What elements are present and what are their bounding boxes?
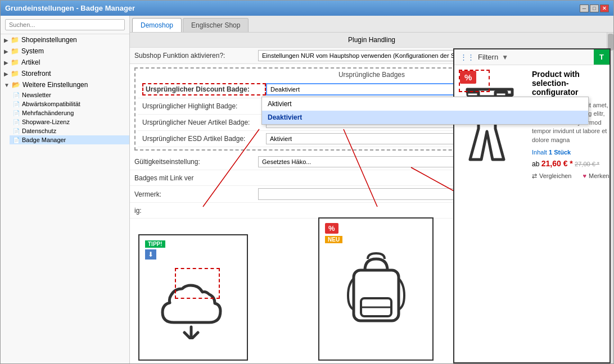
plugin-handling-header: Plugin Handling (130, 33, 613, 48)
filter-arrow-icon: ▼ (502, 53, 508, 61)
toggle-icon: ▶ (4, 48, 8, 54)
toggle-icon: ▼ (4, 82, 10, 88)
sidebar-label: Shopeinstellungen (21, 36, 77, 44)
sidebar-item-system[interactable]: ▶ 📁 System (1, 46, 129, 57)
sidebar-item-newsletter[interactable]: 📄 Newsletter (10, 90, 129, 99)
sidebar-item-mehrfachaenderung[interactable]: 📄 Mehrfachänderung (10, 108, 129, 117)
window-controls: ─ □ ✕ (580, 4, 609, 12)
content-area: Demoshop Englischer Shop Plugin Handling… (130, 16, 613, 363)
badge-download: ⬇ (145, 249, 156, 260)
filter-bar: ⋮⋮ Filtern ▼ T (454, 49, 610, 65)
badge-new: NEU (325, 236, 342, 243)
ig-label: ig: (134, 207, 258, 215)
sidebar-item-weitere-einstellungen[interactable]: ▼ 📂 Weitere Einstellungen (1, 79, 129, 90)
product-content: Inhalt 1 Stück (532, 149, 610, 156)
tab-englischer-shop[interactable]: Englischer Shop (183, 18, 249, 32)
sidebar: ▶ 📁 Shopeinstellungen ▶ 📁 System ▶ 📁 Art… (1, 16, 130, 363)
product-title: Product with selection-configurator (532, 70, 610, 97)
minimize-button[interactable]: ─ (580, 4, 589, 12)
price-main: 21,60 € * (541, 159, 573, 168)
dropdown-option-deaktiviert[interactable]: Deaktiviert (262, 111, 588, 124)
leaf-icon: 📄 (13, 110, 20, 116)
search-box (1, 16, 129, 34)
badge-discount: % (325, 223, 338, 234)
compare-icon: ⇄ (532, 172, 537, 180)
sidebar-label: Artikel (21, 58, 40, 66)
cloud-icon-container (139, 266, 247, 347)
dashed-selection-product-badge: % (459, 70, 490, 92)
wishlist-action[interactable]: ♥ Merken (583, 172, 610, 180)
sidebar-item-shopeinstellungen[interactable]: ▶ 📁 Shopeinstellungen (1, 34, 129, 46)
sidebar-children: 📄 Newsletter 📄 Abwärtskompatibilität 📄 M… (1, 90, 129, 144)
folder-icon: 📁 (11, 58, 19, 66)
preview-backpack-badges: % NEU (319, 219, 432, 248)
main-layout: ▶ 📁 Shopeinstellungen ▶ 📁 System ▶ 📁 Art… (1, 16, 613, 363)
window-title: Grundeinstellungen - Badge Manager (5, 4, 135, 12)
sidebar-item-artikel[interactable]: ▶ 📁 Artikel (1, 57, 129, 68)
price-old: 27,00 € * (575, 161, 599, 167)
preview-badges: TIPP! ⬇ (145, 240, 241, 260)
sidebar-item-abwaertskompatibilitaet[interactable]: 📄 Abwärtskompatibilität (10, 99, 129, 108)
folder-icon: 📁 (11, 47, 19, 55)
badges-link-label: Badges mit Link ver (134, 174, 258, 182)
cloud-svg (154, 272, 233, 339)
backpack-svg (340, 251, 413, 338)
content-body: Plugin Handling Subshop Funktion aktivie… (130, 33, 613, 363)
preview-badges-row: % (325, 223, 427, 234)
gueltigkeitseinstellung-label: Gültigkeitseinstellung: (134, 158, 258, 166)
preview-box-product: ⋮⋮ Filtern ▼ T % (453, 48, 611, 363)
dropdown-option-aktiviert[interactable]: Aktiviert (262, 97, 588, 111)
discount-badge-label: Ursprünglicher Discount Badge: (142, 83, 266, 95)
sidebar-item-shopware-lizenz[interactable]: 📄 Shopware-Lizenz (10, 117, 129, 126)
folder-icon: 📁 (11, 70, 19, 78)
product-discount-badge: % (460, 71, 476, 84)
product-content-value: 1 Stück (549, 149, 571, 156)
main-window: Grundeinstellungen - Badge Manager ─ □ ✕… (0, 0, 614, 364)
green-t-button[interactable]: T (594, 49, 610, 65)
sidebar-item-datenschutz[interactable]: 📄 Datenschutz (10, 126, 129, 135)
sidebar-label: System (21, 47, 44, 55)
toggle-icon: ▶ (4, 71, 8, 77)
badge-tipp: TIPP! (145, 240, 165, 248)
esd-artikel-badge-label: Ursprünglicher ESD Artikel Badge: (142, 135, 266, 143)
backpack-icon-container (319, 248, 432, 342)
sidebar-label: Storefront (21, 70, 51, 78)
search-input[interactable] (5, 19, 125, 30)
leaf-icon: 📄 (13, 119, 20, 125)
maximize-button[interactable]: □ (590, 4, 599, 12)
preview-cloud-content: TIPP! ⬇ (139, 235, 247, 266)
leaf-icon: 📄 (13, 137, 20, 143)
folder-icon: 📂 (12, 81, 20, 89)
tabs-bar: Demoshop Englischer Shop (130, 16, 613, 33)
filter-text: Filtern (478, 53, 498, 61)
sidebar-item-storefront[interactable]: ▶ 📁 Storefront (1, 68, 129, 79)
preview-box-backpack: % NEU (318, 217, 434, 361)
leaf-icon: 📄 (13, 92, 20, 98)
compare-action[interactable]: ⇄ Vergleichen (532, 172, 572, 180)
highlight-badge-label: Ursprünglicher Highlight Badge: (142, 102, 266, 110)
product-actions: ⇄ Vergleichen ♥ Merken (532, 172, 610, 180)
vermerk-label: Vermerk: (134, 190, 258, 198)
toggle-icon: ▶ (4, 60, 8, 66)
subshop-label: Subshop Funktion aktivieren?: (134, 52, 258, 60)
product-price-row: ab 21,60 € * 27,00 € * (532, 159, 610, 168)
preview-box-cloud: TIPP! ⬇ (138, 234, 248, 361)
leaf-icon: 📄 (13, 128, 20, 134)
price-prefix: ab (532, 160, 539, 168)
preview-new-badge: NEU (325, 235, 427, 243)
folder-icon: 📁 (11, 36, 19, 44)
sidebar-item-badge-manager[interactable]: 📄 Badge Manager (10, 135, 129, 144)
tab-demoshop[interactable]: Demoshop (132, 18, 182, 32)
filter-icon: ⋮⋮ (460, 53, 475, 61)
toggle-icon: ▶ (4, 37, 8, 43)
sidebar-label: Weitere Einstellungen (22, 81, 88, 89)
new-artikel-badge-label: Ursprünglicher Neuer Artikel Badge: (142, 119, 266, 126)
close-button[interactable]: ✕ (600, 4, 609, 12)
title-bar: Grundeinstellungen - Badge Manager ─ □ ✕ (1, 1, 613, 16)
heart-icon: ♥ (583, 172, 587, 179)
leaf-icon: 📄 (13, 101, 20, 107)
discount-dropdown: Aktiviert Deaktiviert (261, 97, 589, 125)
